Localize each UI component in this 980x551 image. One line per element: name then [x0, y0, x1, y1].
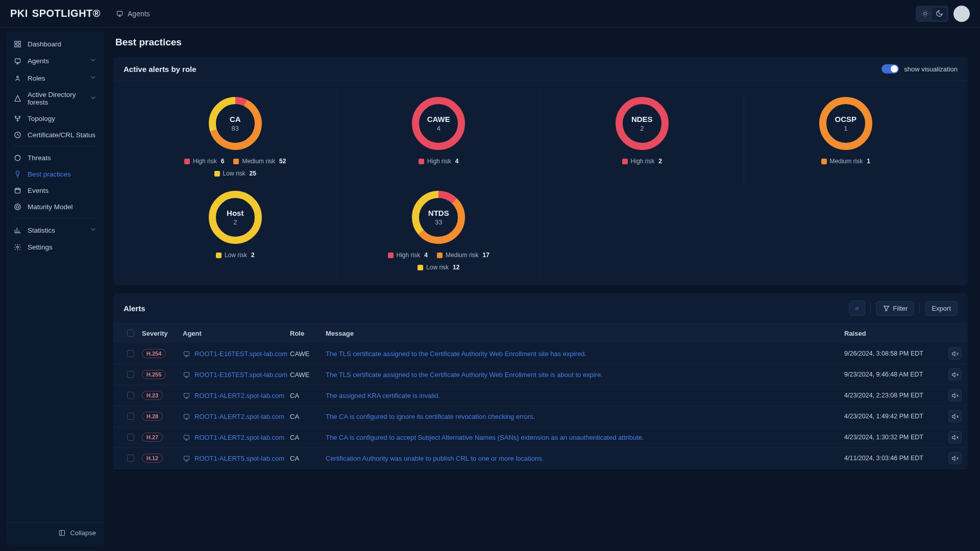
donut-chart[interactable]: OCSP 1 [818, 95, 874, 152]
agent-icon [183, 413, 190, 420]
alerts-title: Alerts [124, 304, 145, 313]
message-cell[interactable]: Certification Authority was unable to pu… [326, 455, 844, 462]
panel-title: Active alerts by role [124, 65, 197, 73]
svg-point-1 [924, 12, 926, 15]
table-row[interactable]: H.23 ROOT1-ALERT2.spot-lab.com CA The as… [113, 385, 968, 406]
donut-legend: Medium risk1 [821, 158, 870, 165]
donut-label: NDES [631, 115, 653, 123]
legend-item: High risk2 [622, 158, 662, 165]
agent-cell[interactable]: ROOT1-E16TEST.spot-lab.com [183, 371, 290, 379]
raised-cell: 4/11/2024, 3:03:46 PM EDT [844, 455, 936, 462]
refresh-icon [855, 305, 859, 312]
sidebar-item-label: Best practices [28, 170, 71, 178]
sidebar-item-events[interactable]: Events [6, 182, 104, 198]
sidebar-icon [13, 154, 21, 162]
table-row[interactable]: H.28 ROOT1-ALERT2.spot-lab.com CA The CA… [113, 406, 968, 427]
svg-rect-27 [184, 352, 189, 356]
row-checkbox[interactable] [127, 350, 134, 357]
sidebar-item-threats[interactable]: Threats [6, 149, 104, 166]
legend-swatch [216, 253, 222, 258]
agent-cell[interactable]: ROOT1-ALERT2.spot-lab.com [183, 413, 290, 420]
sun-icon [921, 10, 929, 17]
table-row[interactable]: H.27 ROOT1-ALERT2.spot-lab.com CA The CA… [113, 427, 968, 448]
mute-button[interactable] [948, 410, 962, 422]
mute-icon [951, 350, 959, 358]
agent-cell[interactable]: ROOT1-ALERT2.spot-lab.com [183, 392, 290, 399]
agent-cell[interactable]: ROOT1-ALERT2.spot-lab.com [183, 434, 290, 441]
message-cell[interactable]: The CA is configured to ignore its certi… [326, 413, 844, 420]
row-checkbox[interactable] [127, 392, 134, 399]
legend-label: High risk [427, 158, 451, 165]
agent-cell[interactable]: ROOT1-E16TEST.spot-lab.com [183, 350, 290, 358]
donut-count: 1 [844, 124, 847, 132]
sidebar-item-topology[interactable]: Topology [6, 110, 104, 127]
donut-chart[interactable]: NTDS 33 [410, 189, 467, 245]
sidebar-item-active-directory-forests[interactable]: Active Directory forests [6, 87, 104, 110]
severity-badge: H.12 [142, 454, 163, 463]
table-row[interactable]: H.12 ROOT1-ALERT5.spot-lab.com CA Certif… [113, 448, 968, 469]
svg-rect-0 [117, 11, 122, 15]
mute-button[interactable] [948, 368, 962, 381]
severity-badge: H.28 [142, 412, 163, 421]
row-checkbox[interactable] [127, 413, 134, 420]
theme-dark-button[interactable] [932, 8, 946, 20]
refresh-button[interactable] [849, 300, 865, 316]
table-row[interactable]: H.254 ROOT1-E16TEST.spot-lab.com CAWE Th… [113, 343, 968, 364]
avatar[interactable] [953, 6, 970, 22]
table-row[interactable]: H.255 ROOT1-E16TEST.spot-lab.com CAWE Th… [113, 364, 968, 385]
row-checkbox[interactable] [127, 371, 134, 378]
logo: PKI SPOTLIGHT® [10, 8, 101, 19]
svg-point-10 [17, 120, 18, 121]
donut-chart[interactable]: NDES 2 [614, 95, 670, 152]
theme-light-button[interactable] [918, 8, 932, 20]
collapse-button[interactable]: Collapse [6, 522, 104, 543]
select-all-checkbox[interactable] [127, 330, 134, 337]
agent-cell[interactable]: ROOT1-ALERT5.spot-lab.com [183, 455, 290, 462]
raised-cell: 9/26/2024, 3:08:58 PM EDT [844, 350, 936, 357]
row-checkbox[interactable] [127, 455, 134, 462]
sidebar-item-agents[interactable]: Agents [6, 52, 104, 69]
col-role[interactable]: Role [290, 330, 326, 337]
svg-point-14 [14, 204, 20, 209]
collapse-label: Collapse [70, 529, 96, 537]
donut-chart[interactable]: CAWE 4 [410, 95, 467, 152]
topbar-tab-agents[interactable]: Agents [116, 10, 150, 18]
donut-ocsp: OCSP 1 Medium risk1 [744, 91, 948, 185]
role-cell: CA [290, 455, 326, 462]
col-message[interactable]: Message [326, 330, 844, 337]
donut-chart[interactable]: Host 2 [207, 189, 263, 245]
raised-cell: 4/23/2024, 2:23:08 PM EDT [844, 392, 936, 399]
sidebar-item-statistics[interactable]: Statistics [6, 221, 104, 239]
sidebar-item-best-practices[interactable]: Best practices [6, 166, 104, 182]
agent-icon [183, 434, 190, 441]
mute-button[interactable] [948, 431, 962, 443]
donut-count: 4 [437, 124, 440, 132]
col-severity[interactable]: Severity [142, 330, 183, 337]
sidebar-icon [13, 243, 21, 251]
message-cell[interactable]: The assigned KRA certificate is invalid. [326, 392, 844, 399]
show-visualization-switch[interactable] [881, 64, 899, 73]
row-checkbox[interactable] [127, 434, 134, 441]
mute-button[interactable] [948, 347, 962, 360]
filter-button[interactable]: Filter [876, 301, 915, 316]
sidebar-item-roles[interactable]: Roles [6, 69, 104, 87]
sidebar-icon [13, 226, 21, 234]
sidebar-item-label: Maturity Model [28, 203, 73, 211]
col-raised[interactable]: Raised [844, 330, 936, 337]
legend-item: Low risk12 [418, 264, 459, 271]
sidebar-item-label: Certificate/CRL Status [28, 131, 95, 139]
mute-button[interactable] [948, 389, 962, 402]
sidebar-item-maturity-model[interactable]: Maturity Model [6, 198, 104, 215]
donut-chart[interactable]: CA 83 [207, 95, 263, 152]
export-button[interactable]: Export [925, 301, 958, 316]
agent-icon [183, 392, 190, 399]
mute-button[interactable] [948, 452, 962, 464]
message-cell[interactable]: The TLS certificate assigned to the Cert… [326, 350, 844, 358]
sidebar-item-certificate-crl-status[interactable]: Certificate/CRL Status [6, 127, 104, 143]
col-agent[interactable]: Agent [183, 330, 290, 337]
message-cell[interactable]: The CA is configured to accept Subject A… [326, 434, 844, 441]
sidebar-item-settings[interactable]: Settings [6, 239, 104, 255]
donut-label: CAWE [427, 115, 450, 123]
sidebar-item-dashboard[interactable]: Dashboard [6, 36, 104, 52]
message-cell[interactable]: The TLS certificate assigned to the Cert… [326, 371, 844, 379]
